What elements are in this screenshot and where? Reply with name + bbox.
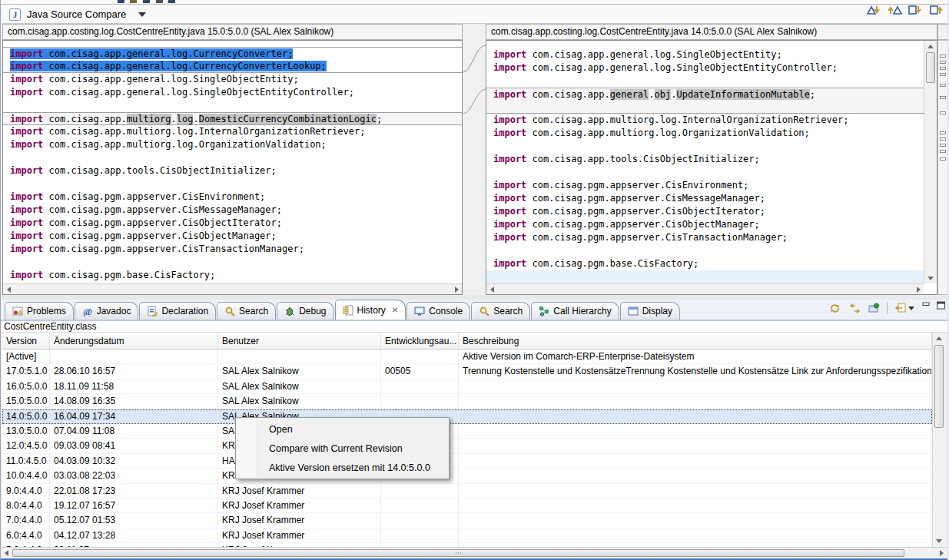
diff-overview-marker[interactable] <box>940 96 946 99</box>
history-row[interactable]: 17.0:5.1.028.06.10 16:57SAL Alex Salniko… <box>2 364 932 379</box>
menu-item-open[interactable]: Open <box>236 420 449 439</box>
history-row[interactable]: 11.0:4.5.004.03.09 10:32HA <box>2 454 932 469</box>
menu-item-aktive[interactable]: Aktive Version ersetzen mit 14.0:5.0.0 <box>236 459 449 478</box>
diff-overview-marker[interactable] <box>940 131 946 134</box>
code-line: import com.cisag.pgm.appserver.CisMessag… <box>3 204 462 217</box>
table-hscrollbar[interactable] <box>1 547 947 558</box>
table-vscrollbar-thumb[interactable] <box>934 345 944 428</box>
diff-overview-marker[interactable] <box>940 157 946 161</box>
column-header-benutzer[interactable]: Benutzer <box>218 333 381 349</box>
table-cell <box>459 499 932 512</box>
table-cell: KRJ Josef Krammer <box>218 484 381 498</box>
scroll-down-icon[interactable] <box>924 273 937 283</box>
column-header-entwicklungsau[interactable]: Entwicklungsau... <box>381 333 459 349</box>
history-row[interactable]: 13.0:5.0.007.04.09 11:08SAL Alex Salniko… <box>2 424 932 439</box>
right-code-area[interactable]: import com.cisag.app.general.log.SingleO… <box>486 41 924 283</box>
scroll-left-icon[interactable] <box>486 284 497 294</box>
close-icon[interactable]: ✕ <box>392 306 398 314</box>
scroll-right-icon[interactable] <box>936 548 947 558</box>
history-row[interactable]: 10.0:4.4.003.03.08 22:03KRJ Josef Kramme… <box>2 469 932 483</box>
tab-history[interactable]: History✕ <box>335 300 406 320</box>
next-difference-icon[interactable] <box>865 2 882 17</box>
code-line: import com.cisag.pgm.appserver.CisObject… <box>3 230 462 243</box>
menu-item-compare[interactable]: Compare with Current Revision <box>236 439 449 459</box>
column-header-version[interactable]: Version <box>2 333 50 349</box>
table-vscrollbar[interactable] <box>932 333 945 547</box>
previous-difference-icon[interactable] <box>886 2 903 17</box>
right-editor-hscrollbar[interactable] <box>486 283 924 294</box>
diff-overview-marker[interactable] <box>940 150 946 153</box>
scroll-left-icon[interactable] <box>1 548 12 558</box>
diff-overview-marker[interactable] <box>940 73 946 76</box>
tab-problems[interactable]: Problems <box>5 302 74 320</box>
history-row[interactable]: 7.0:4.4.005.12.07 01:53KRJ Josef Krammer <box>2 513 932 528</box>
table-cell: 18.11.09 11:58 <box>50 379 218 393</box>
column-header-beschreibung[interactable]: Beschreibung <box>459 333 932 349</box>
tab-label: Declaration <box>161 306 208 316</box>
tab-search[interactable]: Search <box>217 302 276 320</box>
scroll-down-icon[interactable] <box>933 535 945 547</box>
table-cell <box>459 513 932 527</box>
tab-declaration[interactable]: Declaration <box>139 302 216 320</box>
history-row[interactable]: 9.0:4.4.022.01.08 17:23KRJ Josef Krammer <box>2 484 932 499</box>
table-cell <box>381 350 459 363</box>
diff-overview-marker[interactable] <box>940 138 946 141</box>
pin-view-icon[interactable] <box>868 303 880 313</box>
diff-overview-marker[interactable] <box>940 111 946 114</box>
group-revisions-icon[interactable] <box>894 303 914 313</box>
refresh-icon[interactable] <box>828 303 841 314</box>
next-change-icon[interactable] <box>907 2 924 17</box>
table-cell: 12.0:4.5.0 <box>2 439 50 452</box>
right-compare-editor[interactable]: import com.cisag.app.general.log.SingleO… <box>486 40 937 295</box>
table-cell: SAL Alex Salnikow <box>218 379 381 393</box>
history-row[interactable]: 14.0:5.0.016.04.09 17:34SAL Alex Salniko… <box>2 409 932 424</box>
table-cell <box>381 484 459 498</box>
history-table[interactable]: VersionÄnderungsdatumBenutzerEntwicklung… <box>2 333 932 547</box>
minimize-icon[interactable] <box>921 301 931 312</box>
column-header-nderungsdatum[interactable]: Änderungsdatum <box>50 333 218 349</box>
diff-overview-ruler[interactable] <box>937 40 948 295</box>
code-line <box>486 244 924 257</box>
maximize-icon[interactable] <box>936 301 946 312</box>
tab-javadoc[interactable]: @Javadoc <box>75 302 139 320</box>
diff-overview-marker[interactable] <box>940 67 946 70</box>
vscrollbar-thumb[interactable] <box>926 52 935 83</box>
left-code-area[interactable]: import com.cisag.app.general.log.Currenc… <box>3 41 462 283</box>
scroll-left-icon[interactable] <box>3 284 14 294</box>
scroll-right-icon[interactable] <box>913 284 924 294</box>
diff-overview-marker[interactable] <box>940 61 946 64</box>
diff-overview-marker[interactable] <box>940 55 946 58</box>
tab-display[interactable]: Display <box>620 302 680 320</box>
diff-overview-marker[interactable] <box>940 84 946 87</box>
table-cell: 05.12.07 01:53 <box>50 513 218 527</box>
diff-overview-marker[interactable] <box>940 144 946 147</box>
table-cell <box>381 394 459 408</box>
previous-change-icon[interactable] <box>927 2 944 17</box>
link-with-editor-icon[interactable] <box>848 303 861 314</box>
scroll-right-icon[interactable] <box>451 284 462 294</box>
history-row[interactable]: 16.0:5.0.018.11.09 11:58SAL Alex Salniko… <box>2 379 932 394</box>
table-cell: 8.0:4.4.0 <box>2 499 50 512</box>
tab-debug[interactable]: Debug <box>277 302 333 320</box>
compare-view-titlebar: J Java Source Compare <box>2 5 948 24</box>
history-row[interactable]: 8.0:4.4.019.12.07 16:57KRJ Josef Krammer <box>2 499 932 513</box>
tab-call-hierarchy[interactable]: Call Hierarchy <box>531 302 619 320</box>
tab-label: Call Hierarchy <box>553 306 611 316</box>
code-line: import com.cisag.pgm.appserver.CisObject… <box>3 217 462 230</box>
history-row[interactable]: 15.0:5.0.014.08.09 16:35SAL Alex Salniko… <box>2 394 932 409</box>
scroll-up-icon[interactable] <box>924 41 937 51</box>
left-compare-editor[interactable]: import com.cisag.app.general.log.Currenc… <box>2 40 463 295</box>
left-editor-hscrollbar[interactable] <box>3 283 462 294</box>
table-hscrollbar-thumb[interactable] <box>12 549 904 557</box>
table-cell: 09.03.09 08:41 <box>50 439 218 452</box>
tab-console[interactable]: Console <box>406 302 470 320</box>
code-line: import com.cisag.app.general.log.SingleO… <box>486 61 924 75</box>
table-cell: 14.08.09 16:35 <box>50 394 218 408</box>
right-editor-vscrollbar[interactable] <box>924 41 937 283</box>
tab-search[interactable]: Search <box>471 302 530 320</box>
chevron-down-icon[interactable] <box>138 12 146 17</box>
history-row[interactable]: 12.0:4.5.009.03.09 08:41KRE <box>2 439 932 453</box>
scroll-up-icon[interactable] <box>933 333 945 344</box>
history-row[interactable]: 6.0:4.4.004.12.07 13:28KRJ Josef Krammer <box>2 529 932 543</box>
history-row[interactable]: [Active]Aktive Version im Comarch-ERP-En… <box>2 350 932 364</box>
